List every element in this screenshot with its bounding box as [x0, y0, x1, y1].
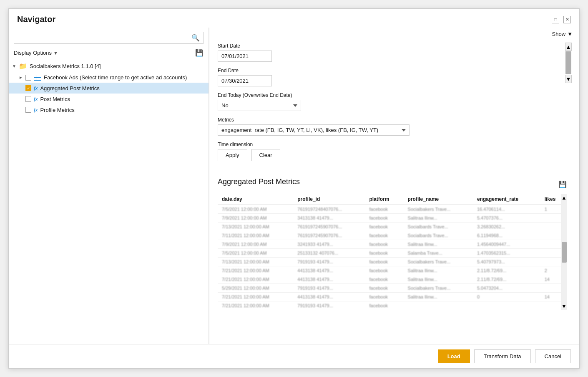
- display-options-label: Display Options: [14, 50, 52, 56]
- table-cell: 4413138 41479...: [293, 293, 365, 301]
- cancel-button[interactable]: Cancel: [535, 349, 571, 363]
- table-cell: Socialbards Trave...: [404, 231, 473, 240]
- tree-label-socialbakers: Socialbakers Metrics 1.1.0 [4]: [30, 63, 101, 69]
- table-cell: 7619197245907076...: [293, 223, 365, 231]
- tree-label-aggregated: Aggregated Post Metrics: [40, 85, 99, 91]
- end-today-group: End Today (Overwrites End Date) No Yes: [218, 92, 567, 111]
- table-cell: 7/21/2021 12:00:00 AM: [218, 301, 293, 310]
- table-cell: 7/5/2021 12:00:00 AM: [218, 205, 293, 214]
- table-cell: 7/13/2021 12:00:00 AM: [218, 258, 293, 266]
- table-row: 7/5/2021 12:00:00 AM25133132 407076...fa…: [218, 249, 567, 258]
- fx-icon-profile: fx: [34, 106, 38, 113]
- data-table: date.day profile_id platform profile_nam…: [218, 194, 567, 310]
- table-cell: 7919193 41479...: [293, 284, 365, 293]
- table-cell: 7/9/2021 12:00:00 AM: [218, 214, 293, 223]
- transform-data-button[interactable]: Transform Data: [474, 349, 531, 363]
- checkbox-aggregated[interactable]: [25, 85, 31, 91]
- table-cell: 7/21/2021 12:00:00 AM: [218, 293, 293, 301]
- table-cell: 1.4564009447...: [473, 240, 540, 249]
- table-section-title: Aggregated Post Metrics: [218, 177, 300, 186]
- tree-container: ▼ 📁 Socialbakers Metrics 1.1.0 [4] ► Fac…: [9, 60, 209, 344]
- table-cell: Socialbakers Trave...: [404, 205, 473, 214]
- table-export-icon[interactable]: 💾: [558, 180, 567, 188]
- clear-button[interactable]: Clear: [251, 149, 280, 161]
- table-cell: Socialbakers Trave...: [404, 258, 473, 266]
- table-cell: 4413138 41479...: [293, 275, 365, 284]
- table-cell: Salitraa Ilinw...: [404, 240, 473, 249]
- table-cell: 7619197245907076...: [293, 231, 365, 240]
- table-cell: [404, 301, 473, 310]
- display-options-button[interactable]: Display Options ▼: [14, 50, 58, 56]
- tree-item-profile-metrics[interactable]: fx Profile Metrics: [9, 104, 209, 115]
- table-cell: 3.26830262...: [473, 223, 540, 231]
- table-cell: 7/13/2021 12:00:00 AM: [218, 223, 293, 231]
- scroll-up-button[interactable]: ▲: [565, 43, 572, 51]
- table-scroll-wrapper: date.day profile_id platform profile_nam…: [218, 194, 567, 310]
- table-cell: Socialbards Trave...: [404, 223, 473, 231]
- table-cell: facebook: [365, 284, 403, 293]
- end-today-select[interactable]: No Yes: [218, 100, 301, 111]
- show-label: Show: [552, 31, 566, 37]
- window-title: Navigator: [17, 15, 55, 24]
- search-icon[interactable]: 🔍: [191, 34, 200, 42]
- table-scroll-thumb: [562, 242, 567, 263]
- table-cell: 4413138 41479...: [293, 266, 365, 275]
- table-row: 7/5/2021 12:00:00 AM7619197248407076...f…: [218, 205, 567, 214]
- table-section-header: Aggregated Post Metrics 💾: [218, 177, 567, 191]
- scroll-down-button[interactable]: ▼: [565, 75, 572, 83]
- checkbox-profile[interactable]: [25, 107, 31, 113]
- table-row: 7/11/2021 12:00:00 AM7619197245907076...…: [218, 231, 567, 240]
- table-cell: 5.4707376...: [473, 214, 540, 223]
- table-cell: 7/21/2021 12:00:00 AM: [218, 275, 293, 284]
- end-date-input[interactable]: [218, 75, 272, 86]
- expand-icon-fb: ►: [19, 75, 25, 80]
- table-cell: 7/21/2021 12:00:00 AM: [218, 266, 293, 275]
- search-bar[interactable]: 🔍: [14, 32, 204, 44]
- apply-button[interactable]: Apply: [218, 149, 247, 161]
- tree-item-facebook-ads[interactable]: ► Facebook Ads (Select time range to get…: [9, 72, 209, 83]
- show-button[interactable]: Show ▼: [552, 31, 573, 37]
- table-cell: [473, 301, 540, 310]
- table-cell: 7919193 41479...: [293, 258, 365, 266]
- start-date-input[interactable]: [218, 51, 272, 62]
- tree-item-aggregated-post-metrics[interactable]: fx Aggregated Post Metrics: [9, 83, 209, 94]
- load-button[interactable]: Load: [438, 349, 470, 363]
- table-scroll-up-icon[interactable]: ▲: [561, 195, 567, 201]
- table-cell: facebook: [365, 240, 403, 249]
- table-row: 7/9/2021 12:00:00 AM3413138 41479...face…: [218, 214, 567, 223]
- tree-item-socialbakers[interactable]: ▼ 📁 Socialbakers Metrics 1.1.0 [4]: [9, 60, 209, 72]
- table-cell: facebook: [365, 214, 403, 223]
- checkbox-facebook-ads[interactable]: [25, 75, 31, 81]
- tree-item-post-metrics[interactable]: fx Post Metrics: [9, 94, 209, 104]
- tree-label-post: Post Metrics: [40, 96, 70, 102]
- table-cell: facebook: [365, 231, 403, 240]
- table-cell: Socialbakers Trave...: [404, 284, 473, 293]
- table-cell: 3413138 41479...: [293, 214, 365, 223]
- table-row: 7/9/2021 12:00:00 AM3241933 41479...face…: [218, 240, 567, 249]
- search-input[interactable]: [18, 35, 191, 41]
- end-date-label: End Date: [218, 68, 567, 73]
- start-date-group: Start Date: [218, 43, 567, 62]
- table-cell: facebook: [365, 223, 403, 231]
- tree-label-facebook-ads: Facebook Ads (Select time range to get a…: [44, 74, 187, 81]
- table-icon-fb: [34, 75, 41, 81]
- table-cell: 1.4703562315...: [473, 249, 540, 258]
- window-controls: □ ✕: [552, 16, 571, 23]
- minimize-button[interactable]: □: [552, 16, 559, 23]
- col-header-profile-name: profile_name: [404, 194, 473, 205]
- tree-label-profile: Profile Metrics: [40, 107, 74, 113]
- table-cell: 7/11/2021 12:00:00 AM: [218, 231, 293, 240]
- table-scroll-right: ▲ ▼: [561, 194, 567, 310]
- table-cell: Salamba Trave...: [404, 249, 473, 258]
- metrics-select[interactable]: engagement_rate (FB, IG, TW, YT, LI, VK)…: [218, 124, 410, 136]
- metrics-group: Metrics engagement_rate (FB, IG, TW, YT,…: [218, 117, 567, 136]
- export-icon[interactable]: 💾: [195, 49, 204, 57]
- navigator-window: Navigator □ ✕ 🔍 Display Options ▼ 💾: [8, 8, 580, 369]
- close-button[interactable]: ✕: [563, 16, 571, 23]
- table-scroll-down-icon[interactable]: ▼: [561, 303, 567, 309]
- table-cell: 7919193 41479...: [293, 301, 365, 310]
- table-cell: 0: [473, 293, 540, 301]
- checkbox-post[interactable]: [25, 96, 31, 102]
- table-row: 5/29/2021 12:00:00 AM7919193 41479...fac…: [218, 284, 567, 293]
- start-date-label: Start Date: [218, 43, 567, 49]
